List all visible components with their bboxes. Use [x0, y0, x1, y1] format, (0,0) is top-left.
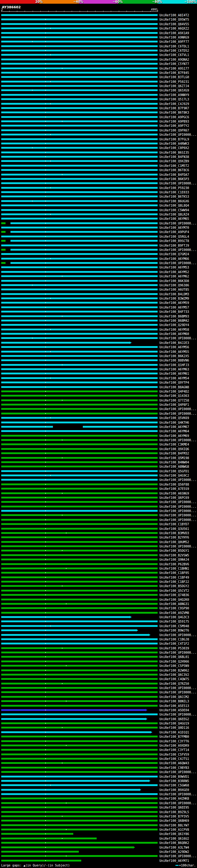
hit-label[interactable]: UniRef100_A6QXZ2	[159, 27, 189, 30]
hit-bar[interactable]	[1, 315, 158, 317]
hit-bar[interactable]	[1, 120, 158, 122]
hit-label[interactable]: UniRef100_C5YN77	[159, 62, 189, 66]
hit-label[interactable]: UniRef100_B5DGY2	[159, 584, 189, 588]
hit-label[interactable]: UniRef100_UPI0000...	[159, 518, 196, 522]
hit-label[interactable]: UniRef100_A9P7Y2	[159, 124, 189, 127]
hit-label[interactable]: UniRef100_B3RRN5	[159, 779, 189, 783]
hit-bar[interactable]	[1, 178, 158, 180]
hit-label[interactable]: UniRef100_B7P3V5	[159, 815, 189, 818]
hit-bar[interactable]	[1, 678, 158, 680]
hit-bar[interactable]	[1, 391, 158, 392]
hit-label[interactable]: UniRef100_A6YM59	[159, 301, 189, 305]
hit-bar[interactable]	[1, 514, 158, 516]
hit-bar[interactable]	[1, 753, 158, 755]
hit-bar[interactable]	[1, 94, 158, 96]
hit-label[interactable]: UniRef100_A4RWK3	[159, 142, 189, 145]
hit-bar[interactable]	[1, 776, 158, 777]
hit-label[interactable]: UniRef100_C1BF22	[159, 580, 189, 584]
hit-label[interactable]: UniRef100_Q517L3	[159, 98, 189, 101]
hit-label[interactable]: UniRef100_B9FTJ9	[159, 244, 189, 247]
hit-bar[interactable]	[1, 612, 158, 614]
hit-bar[interactable]	[1, 585, 158, 587]
hit-bar[interactable]	[1, 505, 158, 507]
hit-label[interactable]: UniRef100_C6TVL1	[159, 53, 189, 57]
hit-label[interactable]: UniRef100_B7FGL9	[159, 137, 189, 141]
hit-bar[interactable]	[1, 567, 158, 569]
hit-bar[interactable]	[1, 443, 158, 445]
hit-bar[interactable]	[1, 767, 158, 769]
hit-label[interactable]: UniRef100_Q5RGL4	[159, 235, 189, 238]
hit-bar[interactable]	[1, 749, 158, 751]
hit-label[interactable]: UniRef100_B2YHY6	[159, 536, 189, 539]
hit-label[interactable]: UniRef100_C9SP90	[159, 607, 189, 610]
hit-bar[interactable]	[1, 683, 158, 684]
hit-label[interactable]: UniRef100_A8I4T2	[159, 13, 189, 17]
hit-bar[interactable]	[1, 665, 158, 666]
hit-bar[interactable]	[83, 426, 158, 428]
hit-bar[interactable]	[10, 262, 158, 264]
hit-label[interactable]: UniRef100_Q6BH69	[159, 819, 189, 823]
hit-bar[interactable]	[1, 727, 158, 728]
hit-label[interactable]: UniRef100_C1BYD7	[159, 523, 189, 526]
hit-bar[interactable]	[1, 169, 158, 171]
hit-label[interactable]: UniRef100_B8NIL3	[159, 700, 189, 703]
hit-bar[interactable]	[1, 758, 158, 760]
hit-label[interactable]: UniRef100_C1BF05	[159, 571, 189, 575]
hit-bar[interactable]	[1, 191, 158, 193]
hit-label[interactable]: UniRef100_A6YM66	[159, 257, 189, 260]
hit-label[interactable]: UniRef100_Q9XZB9	[159, 159, 189, 163]
hit-bar[interactable]	[1, 700, 158, 702]
hit-bar[interactable]	[1, 528, 158, 530]
hit-label[interactable]: UniRef100_Q9YTP4	[159, 381, 189, 384]
hit-bar[interactable]	[1, 302, 158, 304]
hit-label[interactable]: UniRef100_Q14363	[159, 394, 189, 398]
hit-label[interactable]: UniRef100_Q4P8F1	[159, 403, 189, 406]
hit-bar[interactable]	[1, 501, 158, 503]
hit-label[interactable]: UniRef100_Q4Q2K0	[159, 598, 189, 601]
hit-label[interactable]: UniRef100_UPI0000...	[159, 713, 196, 716]
hit-bar[interactable]	[1, 266, 158, 268]
hit-bar[interactable]	[1, 497, 158, 498]
hit-bar[interactable]	[1, 452, 158, 454]
hit-label[interactable]: UniRef100_Q9XIQ6	[159, 447, 189, 451]
hit-bar[interactable]	[1, 329, 158, 331]
hit-bar[interactable]	[1, 346, 158, 348]
hit-bar[interactable]	[1, 815, 158, 817]
hit-label[interactable]: UniRef100_C3Y7T6	[159, 740, 189, 743]
hit-label[interactable]: UniRef100_C6TDL1	[159, 45, 189, 48]
hit-label[interactable]: UniRef100_B4LDM3	[159, 292, 189, 296]
hit-label[interactable]: UniRef100_A6YM55	[159, 350, 189, 353]
hit-label[interactable]: UniRef100_B6BM42	[159, 319, 189, 322]
hit-label[interactable]: UniRef100_A9ZVM8	[159, 611, 189, 615]
hit-bar[interactable]	[1, 563, 158, 565]
hit-label[interactable]: UniRef100_A5DE04	[159, 709, 189, 712]
hit-label[interactable]: UniRef100_UPI0000...	[159, 514, 196, 517]
hit-bar[interactable]	[1, 333, 158, 335]
hit-label[interactable]: UniRef100_A6UT85	[159, 288, 189, 291]
hit-bar[interactable]	[1, 364, 158, 366]
hit-label[interactable]: UniRef100_B2W062	[159, 669, 189, 672]
hit-label[interactable]: UniRef100_B4FDA7	[159, 173, 189, 177]
hit-label[interactable]: UniRef100_Q61Y86	[159, 832, 189, 836]
hit-bar[interactable]	[1, 616, 130, 618]
hit-bar[interactable]	[1, 802, 158, 804]
hit-label[interactable]: UniRef100_C5WW94	[159, 209, 189, 212]
hit-label[interactable]: UniRef100_B4NW04	[159, 461, 189, 464]
hit-bar[interactable]	[1, 488, 158, 490]
hit-label[interactable]: UniRef100_C3KME4	[159, 443, 189, 446]
hit-bar[interactable]	[1, 182, 158, 184]
hit-bar[interactable]	[1, 231, 5, 233]
hit-label[interactable]: UniRef100_B9WVD1	[159, 775, 189, 778]
hit-bar[interactable]	[1, 14, 158, 16]
hit-bar[interactable]	[1, 607, 158, 609]
hit-bar[interactable]	[1, 705, 158, 707]
hit-label[interactable]: UniRef100_B6UGX6	[159, 199, 189, 203]
hit-label[interactable]: UniRef100_A6YM65	[159, 217, 189, 220]
hit-bar[interactable]	[1, 417, 158, 419]
hit-label[interactable]: UniRef100_B6TK53	[159, 195, 189, 198]
hit-bar[interactable]	[1, 342, 130, 344]
hit-bar[interactable]	[1, 806, 158, 808]
hit-label[interactable]: UniRef100_UPI0000...	[159, 182, 196, 185]
hit-bar[interactable]	[1, 572, 158, 574]
hit-bar[interactable]	[1, 439, 158, 441]
